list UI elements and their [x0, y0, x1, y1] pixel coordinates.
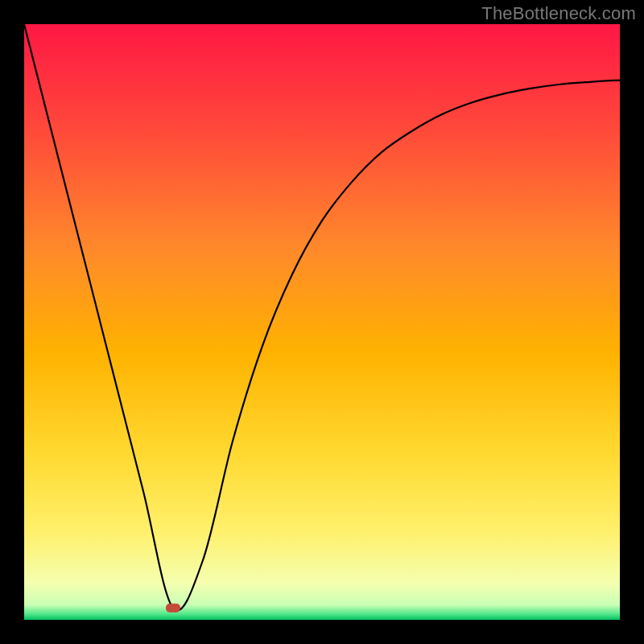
optimal-marker — [166, 604, 180, 613]
chart-frame: TheBottleneck.com — [0, 0, 644, 644]
gradient-background — [24, 24, 620, 620]
plot-svg — [24, 24, 620, 620]
plot-area — [24, 24, 620, 620]
watermark-text: TheBottleneck.com — [481, 3, 636, 24]
